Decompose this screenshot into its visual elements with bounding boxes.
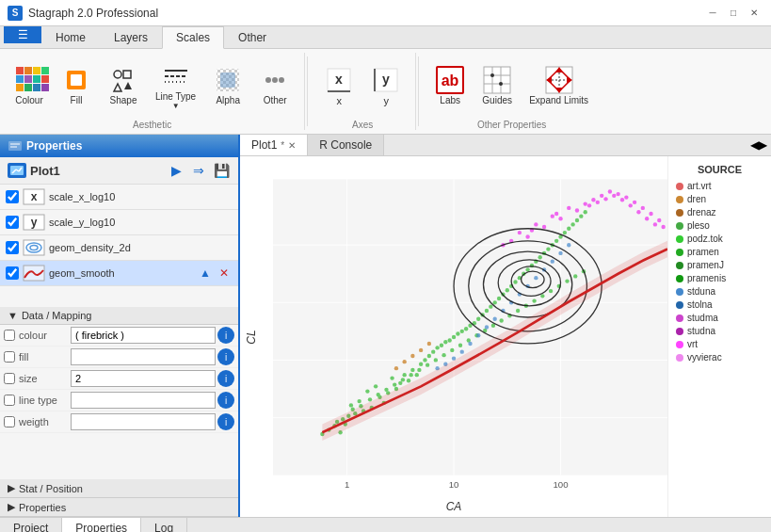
panel-scroll: x scale_x_log10 y scale_y_log10	[0, 185, 238, 307]
labs-button[interactable]: ab Labs	[428, 60, 472, 110]
legend-panel: SOURCE art.vrtdrendrenazplesopodz.tokpra…	[667, 156, 771, 517]
close-button[interactable]: ✕	[745, 6, 763, 21]
svg-point-93	[407, 379, 410, 382]
fill-button[interactable]: Fill	[55, 60, 98, 110]
layer-density-name: geom_density_2d	[49, 242, 233, 253]
mapping-weight-check[interactable]	[4, 416, 15, 427]
legend-item: pleso	[676, 220, 763, 231]
layer-y-checkbox[interactable]	[6, 216, 19, 229]
mapping-weight-val[interactable]	[71, 413, 216, 430]
plot-name: Plot1	[30, 164, 163, 178]
svg-point-102	[452, 335, 456, 339]
plot-tab-plot1[interactable]: Plot1 * ✕	[240, 135, 308, 155]
other-aesthetic-icon	[260, 65, 290, 95]
mapping-fill-check[interactable]	[4, 351, 15, 363]
alpha-button[interactable]: Alpha	[206, 60, 249, 110]
svg-rect-26	[484, 67, 510, 93]
legend-items: art.vrtdrendrenazplesopodz.tokpramenpram…	[676, 181, 763, 363]
svg-point-124	[538, 255, 542, 259]
plot-tab-close[interactable]: ✕	[288, 140, 296, 151]
mapping-linetype-check[interactable]	[4, 395, 15, 406]
mapping-size-check[interactable]	[4, 373, 15, 384]
file-menu-button[interactable]: ☰	[4, 26, 41, 43]
svg-point-196	[653, 222, 657, 226]
save-button[interactable]: 💾	[212, 161, 231, 180]
legend-item: art.vrt	[676, 181, 763, 191]
layer-density[interactable]: geom_density_2d	[0, 235, 238, 261]
stat-position-header[interactable]: ▶ Stat / Position	[0, 479, 238, 498]
mapping-fill-val[interactable]	[71, 348, 216, 365]
layer-density-checkbox[interactable]	[6, 241, 19, 254]
plot-area: Plot1 * ✕ R Console ◀▶ CL CA	[240, 135, 771, 517]
legend-dot	[676, 354, 683, 362]
panel-toggle-button[interactable]: ◀▶	[747, 135, 771, 155]
layer-scale-x[interactable]: x scale_x_log10	[0, 185, 238, 210]
legend-label: drenaz	[687, 207, 716, 218]
layer-smooth[interactable]: geom_smooth ▲ ✕	[0, 261, 238, 286]
tab-r-console[interactable]: R Console	[308, 135, 384, 155]
svg-point-143	[409, 373, 412, 377]
bottom-tab-project[interactable]: Project	[0, 518, 62, 532]
bottom-tab-properties[interactable]: Properties	[62, 518, 141, 532]
svg-point-216	[410, 354, 414, 358]
plot-tab-label: Plot1	[251, 138, 277, 152]
bottom-tab-log[interactable]: Log	[141, 518, 187, 532]
shape-button[interactable]: Shape	[102, 60, 145, 110]
layer-up-button[interactable]: ▲	[197, 265, 214, 282]
mapping-colour-check[interactable]	[4, 330, 15, 341]
svg-point-194	[636, 210, 640, 214]
aesthetic-group-label: Aesthetic	[133, 120, 171, 130]
svg-point-97	[427, 354, 431, 358]
legend-label: stduna	[687, 286, 715, 297]
mapping-weight-info[interactable]: i	[217, 413, 234, 430]
mapping-colour-val[interactable]	[71, 327, 216, 344]
minimize-button[interactable]: ─	[703, 6, 722, 21]
guides-button[interactable]: Guides	[475, 60, 519, 110]
axis-x-button[interactable]: x x	[317, 60, 361, 111]
mapping-colour-info[interactable]: i	[217, 327, 234, 344]
tab-layers[interactable]: Layers	[100, 26, 162, 48]
legend-item: dren	[676, 194, 763, 204]
layer-x-checkbox[interactable]	[6, 190, 19, 203]
svg-point-109	[476, 317, 480, 321]
svg-point-156	[516, 309, 520, 313]
svg-point-158	[532, 298, 536, 302]
svg-point-218	[427, 342, 431, 346]
svg-point-193	[629, 203, 633, 207]
tab-other[interactable]: Other	[224, 26, 281, 48]
svg-point-179	[600, 194, 603, 198]
tab-scales[interactable]: Scales	[162, 26, 224, 49]
panel-header: Properties	[0, 135, 238, 157]
mapping-linetype-info[interactable]: i	[217, 392, 234, 409]
mapping-fill-info[interactable]: i	[217, 348, 234, 365]
legend-label: pramenJ	[687, 260, 724, 270]
data-mapping-header[interactable]: ▼ Data / Mapping	[0, 307, 238, 325]
tab-home[interactable]: Home	[41, 26, 100, 48]
legend-dot	[676, 301, 683, 309]
other-aesthetic-label: Other	[264, 95, 287, 105]
svg-point-100	[443, 340, 447, 344]
svg-point-163	[573, 274, 577, 278]
properties-sub-header[interactable]: ▶ Properties	[0, 498, 238, 517]
other-aesthetic-button[interactable]: Other	[253, 60, 297, 110]
expand-limits-button[interactable]: Expand Limits	[522, 60, 595, 111]
mapping-size-info[interactable]: i	[217, 370, 234, 387]
svg-text:x: x	[335, 72, 343, 87]
layer-delete-button[interactable]: ✕	[216, 265, 233, 282]
svg-point-185	[649, 212, 652, 216]
maximize-button[interactable]: □	[724, 6, 743, 21]
svg-point-217	[419, 348, 423, 352]
svg-point-191	[612, 194, 616, 198]
mapping-colour-key: colour	[19, 330, 71, 341]
layer-scale-y[interactable]: y scale_y_log10	[0, 210, 238, 235]
forward-button[interactable]: ⇒	[189, 161, 208, 180]
window-controls: ─ □ ✕	[703, 6, 763, 21]
mapping-size-val[interactable]	[71, 370, 216, 387]
line-type-button[interactable]: Line Type ▼	[149, 56, 202, 115]
colour-button[interactable]: Colour	[8, 60, 51, 110]
layer-smooth-checkbox[interactable]	[6, 266, 19, 280]
mapping-linetype-val[interactable]	[71, 392, 216, 409]
axis-y-button[interactable]: y y	[364, 60, 408, 111]
play-button[interactable]: ▶	[167, 161, 185, 180]
layer-x-icon: x	[23, 188, 45, 205]
